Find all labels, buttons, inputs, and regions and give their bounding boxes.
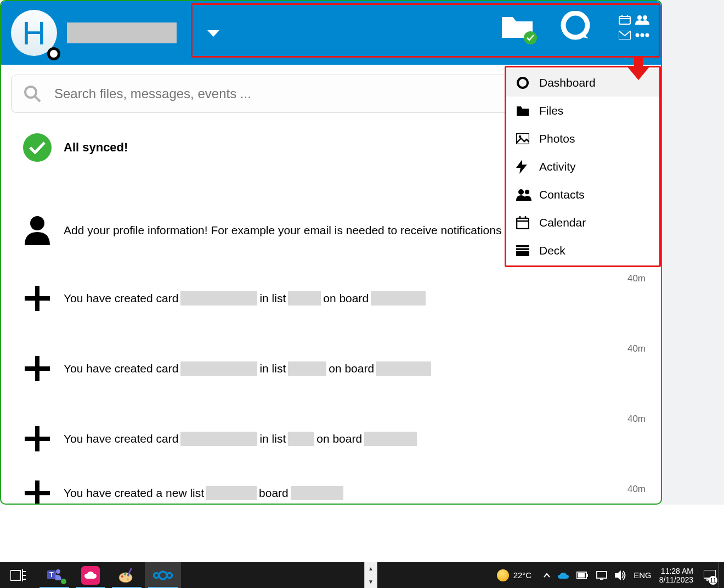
- battery-icon[interactable]: [576, 572, 589, 579]
- taskbar-task-view[interactable]: [0, 562, 36, 588]
- timestamp: 40m: [627, 343, 646, 354]
- redacted-board-name: [364, 432, 417, 446]
- svg-point-9: [636, 33, 640, 37]
- chevron-up-icon[interactable]: [544, 572, 550, 579]
- menu-item-calendar[interactable]: Calendar: [506, 208, 659, 236]
- taskbar-teams[interactable]: T: [36, 562, 72, 588]
- taskbar-nextcloud[interactable]: [145, 562, 181, 588]
- topbar: H: [1, 1, 661, 65]
- feed-list-created[interactable]: You have created a new list board 40m: [11, 474, 651, 505]
- talk-button[interactable]: [560, 11, 591, 44]
- redacted-board-name: [376, 361, 431, 376]
- svg-point-27: [25, 87, 36, 98]
- search-input[interactable]: [54, 86, 565, 101]
- synced-tick-icon: [23, 133, 52, 162]
- taskbar-notifications[interactable]: 11: [701, 562, 719, 588]
- menu-item-label: Calendar: [539, 216, 586, 229]
- talk-icon: [560, 11, 591, 42]
- bottom-gap: [0, 505, 724, 562]
- menu-item-label: Deck: [539, 244, 565, 257]
- taskbar-scroll[interactable]: ▲ ▼: [364, 562, 377, 588]
- taskbar-paint[interactable]: [109, 562, 145, 588]
- calendar-small-icon: [619, 15, 631, 25]
- svg-point-47: [121, 575, 123, 578]
- status-ring-icon: [47, 47, 60, 60]
- svg-point-19: [525, 189, 529, 194]
- more-dots-icon: [635, 32, 649, 38]
- taskbar-pink-app[interactable]: [72, 562, 109, 588]
- avatar[interactable]: H: [11, 10, 57, 56]
- plus-icon: [25, 426, 50, 451]
- redacted-list-name: [288, 361, 326, 376]
- volume-icon[interactable]: [615, 570, 626, 580]
- redacted-list-name: [288, 291, 321, 306]
- menu-item-deck[interactable]: Deck: [506, 236, 659, 264]
- svg-marker-13: [627, 67, 649, 80]
- svg-rect-20: [517, 218, 529, 229]
- taskbar-weather[interactable]: 22°C: [497, 569, 532, 581]
- cloud-app-icon: [81, 566, 100, 585]
- svg-rect-26: [516, 251, 529, 256]
- apps-dropdown-menu: Dashboard Files Photos Activity Contacts: [505, 66, 661, 267]
- right-edge-background: [662, 0, 724, 505]
- timestamp: 40m: [627, 273, 646, 284]
- svg-point-52: [159, 572, 167, 579]
- onedrive-icon[interactable]: [558, 572, 569, 579]
- svg-rect-38: [10, 570, 20, 580]
- files-sync-button[interactable]: [501, 14, 534, 41]
- language-indicator[interactable]: ENG: [634, 570, 652, 580]
- menu-item-label: Photos: [539, 132, 575, 145]
- taskbar-clock[interactable]: 11:28 AM 8/11/2023: [659, 567, 693, 584]
- svg-marker-0: [207, 30, 219, 37]
- svg-rect-57: [578, 573, 585, 578]
- redacted-card-name: [180, 432, 257, 446]
- people-icon: [516, 189, 535, 201]
- mail-small-icon: [619, 31, 631, 39]
- svg-rect-24: [516, 245, 529, 247]
- people-small-icon: [635, 15, 649, 25]
- user-name-placeholder[interactable]: [67, 22, 177, 43]
- feed-card-created[interactable]: You have created card in list on board 4…: [11, 263, 651, 333]
- windows-taskbar: T: [0, 562, 724, 588]
- plus-icon: [25, 356, 50, 381]
- menu-item-label: Files: [539, 104, 563, 117]
- synced-check-icon: [524, 31, 537, 44]
- show-desktop-button[interactable]: [719, 562, 724, 588]
- svg-rect-58: [597, 572, 607, 578]
- svg-point-14: [518, 78, 528, 88]
- svg-marker-17: [516, 160, 527, 174]
- svg-text:T: T: [49, 571, 54, 579]
- svg-point-10: [641, 33, 644, 37]
- menu-item-photos[interactable]: Photos: [506, 125, 659, 152]
- svg-rect-12: [634, 56, 643, 68]
- sun-icon: [497, 569, 509, 581]
- svg-point-11: [646, 33, 649, 37]
- network-icon[interactable]: [596, 571, 607, 580]
- clock-time: 11:28 AM: [659, 567, 693, 575]
- svg-rect-25: [516, 248, 529, 250]
- annotation-arrow-icon: [627, 56, 649, 82]
- menu-item-activity[interactable]: Activity: [506, 152, 659, 180]
- svg-point-48: [124, 573, 126, 575]
- svg-marker-60: [615, 570, 621, 580]
- feed-card-created[interactable]: You have created card in list on board 4…: [11, 404, 651, 474]
- feed-card-created[interactable]: You have created card in list on board 4…: [11, 333, 651, 404]
- redacted-board-name: [371, 291, 426, 306]
- timestamp: 40m: [627, 484, 646, 495]
- deck-icon: [516, 245, 535, 256]
- menu-item-contacts[interactable]: Contacts: [506, 180, 659, 208]
- apps-menu-button[interactable]: [617, 14, 650, 41]
- svg-point-18: [518, 189, 524, 195]
- svg-rect-15: [516, 133, 529, 144]
- redacted-board-name: [291, 486, 343, 500]
- taskview-icon: [10, 569, 26, 581]
- svg-point-16: [519, 135, 522, 138]
- scroll-down-icon[interactable]: ▼: [365, 575, 377, 589]
- svg-rect-33: [25, 366, 50, 371]
- notification-count: 11: [709, 576, 717, 585]
- account-dropdown-caret[interactable]: [207, 30, 219, 40]
- scroll-up-icon[interactable]: ▲: [365, 562, 377, 575]
- system-tray[interactable]: ENG: [544, 570, 652, 580]
- redacted-card-name: [180, 361, 257, 376]
- menu-item-files[interactable]: Files: [506, 97, 659, 125]
